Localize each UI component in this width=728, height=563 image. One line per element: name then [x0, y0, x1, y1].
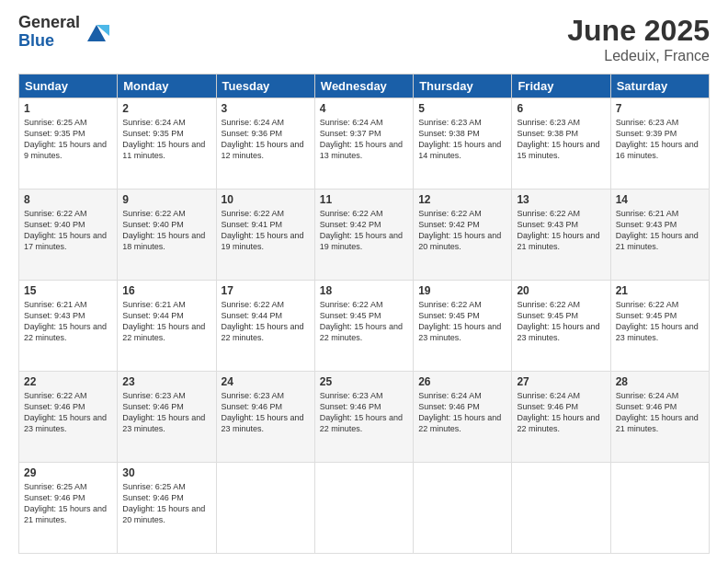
day-number: 27 — [517, 375, 605, 388]
day-info: Sunrise: 6:24 AMSunset: 9:46 PMDaylight:… — [616, 391, 699, 433]
calendar-cell — [314, 463, 413, 554]
day-info: Sunrise: 6:21 AMSunset: 9:43 PMDaylight:… — [616, 209, 699, 251]
logo-blue: Blue — [18, 32, 80, 51]
day-number: 1 — [24, 102, 112, 115]
calendar-cell: 3 Sunrise: 6:24 AMSunset: 9:36 PMDayligh… — [216, 98, 314, 190]
day-number: 14 — [616, 193, 704, 206]
day-number: 8 — [24, 193, 112, 206]
calendar-cell: 15 Sunrise: 6:21 AMSunset: 9:43 PMDaylig… — [19, 281, 118, 372]
day-info: Sunrise: 6:22 AMSunset: 9:40 PMDaylight:… — [122, 209, 205, 251]
day-number: 28 — [616, 375, 704, 388]
calendar-cell: 13 Sunrise: 6:22 AMSunset: 9:43 PMDaylig… — [512, 190, 610, 281]
day-info: Sunrise: 6:22 AMSunset: 9:45 PMDaylight:… — [320, 300, 403, 342]
day-number: 12 — [418, 193, 506, 206]
calendar-header-row: Sunday Monday Tuesday Wednesday Thursday… — [19, 75, 710, 98]
logo-general: General — [18, 14, 80, 32]
calendar-cell: 25 Sunrise: 6:23 AMSunset: 9:46 PMDaylig… — [314, 372, 413, 463]
day-number: 10 — [222, 193, 310, 206]
subtitle: Ledeuix, France — [567, 48, 710, 64]
day-number: 2 — [122, 102, 210, 115]
day-info: Sunrise: 6:22 AMSunset: 9:41 PMDaylight:… — [222, 209, 304, 251]
calendar-week-row: 8 Sunrise: 6:22 AMSunset: 9:40 PMDayligh… — [19, 190, 710, 281]
day-info: Sunrise: 6:23 AMSunset: 9:46 PMDaylight:… — [122, 391, 205, 433]
col-saturday: Saturday — [610, 75, 709, 98]
day-number: 11 — [320, 193, 408, 206]
day-info: Sunrise: 6:21 AMSunset: 9:44 PMDaylight:… — [122, 300, 205, 342]
day-number: 13 — [517, 193, 605, 206]
main-title: June 2025 — [567, 14, 710, 48]
day-info: Sunrise: 6:24 AMSunset: 9:36 PMDaylight:… — [222, 118, 304, 160]
day-info: Sunrise: 6:25 AMSunset: 9:35 PMDaylight:… — [24, 118, 107, 160]
calendar-cell: 21 Sunrise: 6:22 AMSunset: 9:45 PMDaylig… — [610, 281, 709, 372]
day-number: 30 — [122, 466, 210, 479]
day-number: 3 — [222, 102, 310, 115]
col-sunday: Sunday — [19, 75, 118, 98]
day-number: 19 — [418, 284, 506, 297]
day-info: Sunrise: 6:23 AMSunset: 9:38 PMDaylight:… — [517, 118, 599, 160]
day-info: Sunrise: 6:22 AMSunset: 9:40 PMDaylight:… — [24, 209, 107, 251]
day-info: Sunrise: 6:24 AMSunset: 9:37 PMDaylight:… — [320, 118, 403, 160]
calendar-week-row: 15 Sunrise: 6:21 AMSunset: 9:43 PMDaylig… — [19, 281, 710, 372]
calendar-cell: 12 Sunrise: 6:22 AMSunset: 9:42 PMDaylig… — [414, 190, 512, 281]
calendar-cell: 23 Sunrise: 6:23 AMSunset: 9:46 PMDaylig… — [118, 372, 216, 463]
day-number: 4 — [320, 102, 408, 115]
day-number: 18 — [320, 284, 408, 297]
calendar-cell: 19 Sunrise: 6:22 AMSunset: 9:45 PMDaylig… — [414, 281, 512, 372]
calendar-week-row: 22 Sunrise: 6:22 AMSunset: 9:46 PMDaylig… — [19, 372, 710, 463]
calendar-week-row: 29 Sunrise: 6:25 AMSunset: 9:46 PMDaylig… — [19, 463, 710, 554]
day-info: Sunrise: 6:23 AMSunset: 9:46 PMDaylight:… — [222, 391, 304, 433]
day-number: 20 — [517, 284, 605, 297]
logo: General Blue — [18, 14, 109, 51]
calendar-cell: 14 Sunrise: 6:21 AMSunset: 9:43 PMDaylig… — [610, 190, 709, 281]
day-info: Sunrise: 6:23 AMSunset: 9:46 PMDaylight:… — [320, 391, 403, 433]
calendar-cell — [512, 463, 610, 554]
day-number: 22 — [24, 375, 112, 388]
calendar-cell: 30 Sunrise: 6:25 AMSunset: 9:46 PMDaylig… — [118, 463, 216, 554]
calendar-cell: 8 Sunrise: 6:22 AMSunset: 9:40 PMDayligh… — [19, 190, 118, 281]
col-wednesday: Wednesday — [314, 75, 413, 98]
calendar-cell: 16 Sunrise: 6:21 AMSunset: 9:44 PMDaylig… — [118, 281, 216, 372]
calendar-cell: 24 Sunrise: 6:23 AMSunset: 9:46 PMDaylig… — [216, 372, 314, 463]
day-info: Sunrise: 6:22 AMSunset: 9:46 PMDaylight:… — [24, 391, 107, 433]
day-number: 29 — [24, 466, 112, 479]
day-info: Sunrise: 6:22 AMSunset: 9:45 PMDaylight:… — [517, 300, 599, 342]
calendar-cell: 2 Sunrise: 6:24 AMSunset: 9:35 PMDayligh… — [118, 98, 216, 190]
calendar-cell: 28 Sunrise: 6:24 AMSunset: 9:46 PMDaylig… — [610, 372, 709, 463]
calendar-cell: 7 Sunrise: 6:23 AMSunset: 9:39 PMDayligh… — [610, 98, 709, 190]
day-number: 16 — [122, 284, 210, 297]
day-number: 5 — [418, 102, 506, 115]
title-block: June 2025 Ledeuix, France — [567, 14, 710, 64]
calendar-cell: 1 Sunrise: 6:25 AMSunset: 9:35 PMDayligh… — [19, 98, 118, 190]
day-info: Sunrise: 6:21 AMSunset: 9:43 PMDaylight:… — [24, 300, 107, 342]
calendar-cell: 27 Sunrise: 6:24 AMSunset: 9:46 PMDaylig… — [512, 372, 610, 463]
calendar-cell: 9 Sunrise: 6:22 AMSunset: 9:40 PMDayligh… — [118, 190, 216, 281]
logo-text: General Blue — [18, 14, 80, 51]
page: General Blue June 2025 Ledeuix, France S… — [0, 0, 728, 563]
day-number: 21 — [616, 284, 704, 297]
day-info: Sunrise: 6:22 AMSunset: 9:45 PMDaylight:… — [418, 300, 501, 342]
header: General Blue June 2025 Ledeuix, France — [18, 14, 710, 64]
day-number: 17 — [222, 284, 310, 297]
day-number: 15 — [24, 284, 112, 297]
calendar-cell — [610, 463, 709, 554]
day-info: Sunrise: 6:22 AMSunset: 9:45 PMDaylight:… — [616, 300, 699, 342]
day-info: Sunrise: 6:25 AMSunset: 9:46 PMDaylight:… — [122, 482, 205, 524]
calendar-cell: 29 Sunrise: 6:25 AMSunset: 9:46 PMDaylig… — [19, 463, 118, 554]
calendar-cell — [414, 463, 512, 554]
col-monday: Monday — [118, 75, 216, 98]
calendar-cell: 6 Sunrise: 6:23 AMSunset: 9:38 PMDayligh… — [512, 98, 610, 190]
calendar-cell: 26 Sunrise: 6:24 AMSunset: 9:46 PMDaylig… — [414, 372, 512, 463]
calendar-cell: 17 Sunrise: 6:22 AMSunset: 9:44 PMDaylig… — [216, 281, 314, 372]
day-number: 25 — [320, 375, 408, 388]
logo-icon — [84, 19, 109, 45]
day-info: Sunrise: 6:22 AMSunset: 9:42 PMDaylight:… — [320, 209, 403, 251]
day-info: Sunrise: 6:22 AMSunset: 9:44 PMDaylight:… — [222, 300, 304, 342]
day-number: 9 — [122, 193, 210, 206]
calendar-cell: 18 Sunrise: 6:22 AMSunset: 9:45 PMDaylig… — [314, 281, 413, 372]
calendar-cell: 22 Sunrise: 6:22 AMSunset: 9:46 PMDaylig… — [19, 372, 118, 463]
day-info: Sunrise: 6:22 AMSunset: 9:42 PMDaylight:… — [418, 209, 501, 251]
calendar-cell: 11 Sunrise: 6:22 AMSunset: 9:42 PMDaylig… — [314, 190, 413, 281]
day-info: Sunrise: 6:24 AMSunset: 9:35 PMDaylight:… — [122, 118, 205, 160]
day-number: 6 — [517, 102, 605, 115]
calendar-cell: 4 Sunrise: 6:24 AMSunset: 9:37 PMDayligh… — [314, 98, 413, 190]
